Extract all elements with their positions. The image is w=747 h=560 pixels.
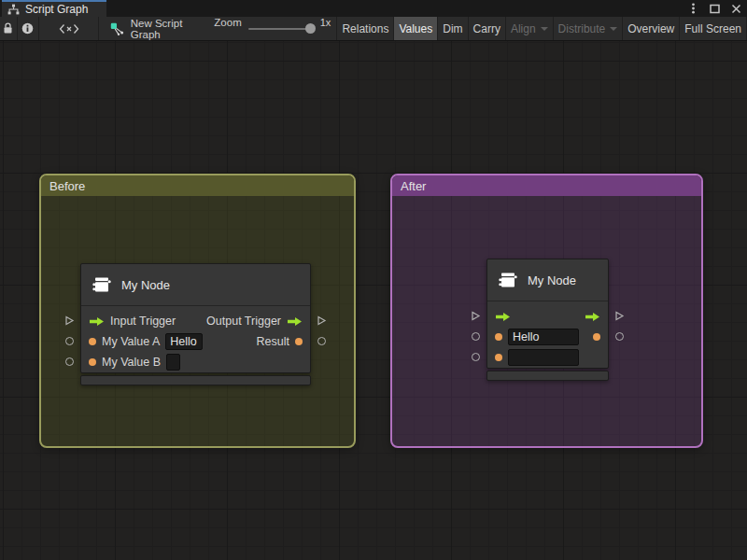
result-label: Result [257,335,289,348]
value-a-label: My Value A [102,335,160,348]
port-row-triggers: Input Trigger Output Trigger [81,311,310,331]
tab-bar: Script Graph [0,0,747,17]
flow-input-port-icon[interactable] [89,316,105,327]
zoom-slider-track [248,28,310,30]
carry-button[interactable]: Carry [469,17,506,40]
outer-value-output-port[interactable] [614,331,625,342]
chevron-down-icon [610,27,617,31]
flow-output-label: Output Trigger [206,315,281,328]
values-button[interactable]: Values [394,17,438,40]
graph-canvas[interactable]: Before After [0,41,747,560]
flow-output-port-icon[interactable] [287,316,303,327]
value-input-port-icon[interactable] [495,333,502,341]
kebab-menu-icon[interactable] [685,1,700,16]
outer-flow-input-port[interactable] [471,311,481,321]
value-b-input[interactable] [166,354,180,371]
node-title: My Node [121,278,170,292]
value-output-port-icon[interactable] [295,338,303,345]
node-icon [498,271,518,289]
code-preview-icon [58,23,80,35]
distribute-dropdown[interactable]: Distribute [554,17,624,40]
value-output-port-icon[interactable] [593,333,600,341]
outer-flow-output-port[interactable] [614,311,625,321]
zoom-value: 1x [320,17,331,40]
toolbar-button-group: Relations Values Dim Carry Align Distrib… [336,17,747,40]
graph-name[interactable]: New Script Graph [99,17,207,40]
port-row-value-a: My Value A Result [81,331,310,352]
full-screen-button[interactable]: Full Screen [680,17,747,40]
node-icon [92,275,112,294]
node-header[interactable]: My Node [81,264,310,306]
code-preview-button[interactable] [39,17,98,40]
lock-icon [3,22,13,35]
port-row-value-b: My Value B [81,352,310,372]
group-before-header[interactable]: Before [41,175,354,196]
outer-value-input-port[interactable] [471,331,481,342]
node-title: My Node [528,273,576,287]
script-graph-window: Script Graph [0,0,747,560]
graph-name-label: New Script Graph [131,18,207,40]
value-b-label: My Value B [102,356,161,369]
port-row-value-b [487,347,608,368]
node-header[interactable]: My Node [487,259,608,301]
window-controls [685,0,743,17]
chevron-down-icon [541,27,548,31]
overview-button[interactable]: Overview [623,17,680,40]
group-after-header[interactable]: After [392,175,701,196]
group-title: After [401,179,426,193]
zoom-slider[interactable] [248,17,316,41]
group-title: Before [49,179,85,193]
info-icon [21,22,34,35]
relations-button[interactable]: Relations [337,17,394,40]
tab-script-graph[interactable]: Script Graph [2,0,106,17]
value-a-input[interactable] [508,329,579,345]
maximize-icon[interactable] [707,1,722,16]
value-input-port-icon[interactable] [89,358,96,366]
lock-button[interactable] [0,17,18,40]
zoom-label: Zoom [214,17,241,40]
dim-button[interactable]: Dim [438,17,468,40]
flow-output-port-icon[interactable] [585,312,600,322]
graph-toolbar: New Script Graph Zoom 1x Relations Value… [0,17,747,41]
value-a-input[interactable] [165,333,203,350]
info-button[interactable] [18,17,40,40]
outer-flow-output-port[interactable] [317,315,327,326]
hierarchy-graph-icon [7,4,20,15]
outer-value-input-port[interactable] [471,352,481,362]
tab-title: Script Graph [25,3,88,16]
flow-input-label: Input Trigger [110,315,176,328]
port-row-value-a [487,327,608,347]
zoom-slider-knob[interactable] [305,23,316,34]
node-my-node-after[interactable]: My Node [486,259,609,381]
close-icon[interactable] [728,1,743,16]
flow-input-port-icon[interactable] [495,312,511,322]
value-input-port-icon[interactable] [89,338,96,345]
node-my-node-before[interactable]: My Node Input Trigger Output Trigger [80,263,311,385]
outer-flow-input-port[interactable] [64,315,75,326]
outer-value-output-port[interactable] [317,336,327,346]
value-b-input[interactable] [508,349,579,366]
port-row-triggers [487,306,608,327]
node-footer [80,375,311,385]
outer-value-input-port[interactable] [64,336,75,346]
node-footer [486,371,609,381]
outer-value-input-port[interactable] [64,357,75,367]
value-input-port-icon[interactable] [495,354,502,361]
graph-icon [110,22,124,35]
align-dropdown[interactable]: Align [506,17,554,40]
